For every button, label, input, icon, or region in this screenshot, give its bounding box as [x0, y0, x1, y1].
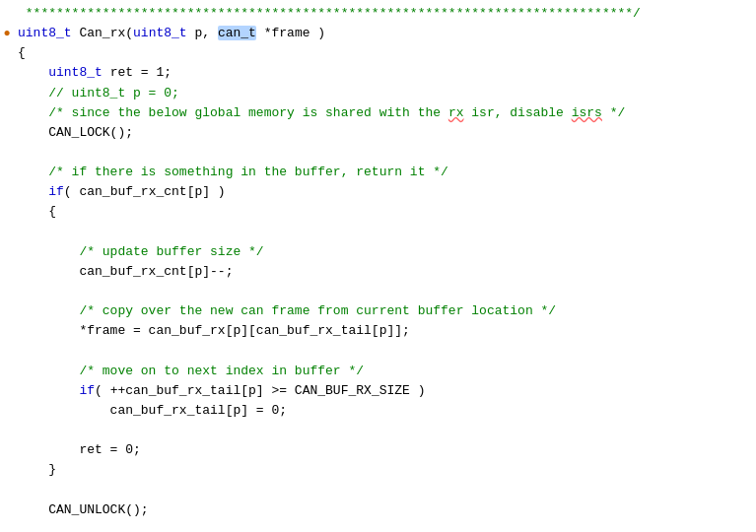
- line-15: /* copy over the new can frame from curr…: [0, 301, 756, 321]
- line-0: ****************************************…: [0, 4, 756, 24]
- gutter-12: [0, 242, 14, 243]
- gutter-6: [0, 123, 14, 124]
- line-content-12: /* update buffer size */: [14, 242, 756, 262]
- gutter-4: [0, 84, 14, 85]
- line-23: }: [0, 460, 756, 480]
- line-16: *frame = can_buf_rx[p][can_buf_rx_tail[p…: [0, 321, 756, 341]
- line-content-16: *frame = can_buf_rx[p][can_buf_rx_tail[p…: [14, 321, 756, 341]
- line-content-23: }: [14, 460, 756, 480]
- gutter-8: [0, 163, 14, 164]
- line-content-15: /* copy over the new can frame from curr…: [14, 301, 756, 321]
- line-content-25: CAN_UNLOCK();: [14, 500, 756, 520]
- gutter-23: [0, 460, 14, 461]
- gutter-26: [0, 520, 14, 521]
- gutter-20: [0, 401, 14, 402]
- line-content-24: [14, 480, 756, 499]
- code-block: ****************************************…: [0, 0, 756, 532]
- line-24: [0, 480, 756, 499]
- gutter-14: [0, 282, 14, 283]
- line-content-13: can_buf_rx_cnt[p]--;: [14, 262, 756, 282]
- line-14: [0, 282, 756, 301]
- gutter-1: ●: [0, 24, 14, 43]
- line-content-14: [14, 282, 756, 301]
- line-19: if( ++can_buf_rx_tail[p] >= CAN_BUF_RX_S…: [0, 381, 756, 401]
- line-content-9: if( can_buf_rx_cnt[p] ): [14, 182, 756, 202]
- highlight-can-t: can_t: [218, 26, 256, 40]
- line-content-10: {: [14, 202, 756, 222]
- gutter-13: [0, 262, 14, 263]
- line-18: /* move on to next index in buffer */: [0, 362, 756, 381]
- line-7: [0, 143, 756, 163]
- code-container: ****************************************…: [0, 0, 756, 532]
- line-9: if( can_buf_rx_cnt[p] ): [0, 182, 756, 202]
- line-content-3: uint8_t ret = 1;: [14, 63, 756, 83]
- line-22: ret = 0;: [0, 440, 756, 460]
- gutter-24: [0, 480, 14, 481]
- line-25: CAN_UNLOCK();: [0, 500, 756, 520]
- line-content-6: CAN_LOCK();: [14, 123, 756, 143]
- line-26: [0, 520, 756, 532]
- line-content-21: [14, 421, 756, 440]
- line-content-1: uint8_t Can_rx(uint8_t p, can_t *frame ): [14, 24, 756, 43]
- gutter-10: [0, 202, 14, 203]
- line-17: [0, 341, 756, 361]
- line-content-8: /* if there is something in the buffer, …: [14, 163, 756, 182]
- keyword-if2: if: [79, 383, 95, 398]
- underline-rx: rx: [448, 105, 464, 120]
- func-can-rx: Can_rx: [79, 26, 125, 40]
- line-5: /* since the below global memory is shar…: [0, 103, 756, 123]
- line-8: /* if there is something in the buffer, …: [0, 163, 756, 182]
- line-content-2: {: [14, 43, 756, 63]
- line-content-0: ****************************************…: [14, 4, 756, 24]
- gutter-9: [0, 182, 14, 183]
- line-content-11: [14, 223, 756, 242]
- gutter-3: [0, 63, 14, 64]
- gutter-16: [0, 321, 14, 322]
- underline-isrs: isrs: [572, 105, 602, 120]
- gutter-0: [0, 4, 14, 5]
- line-13: can_buf_rx_cnt[p]--;: [0, 262, 756, 282]
- gutter-22: [0, 440, 14, 441]
- gutter-11: [0, 223, 14, 224]
- line-content-17: [14, 341, 756, 361]
- gutter-15: [0, 301, 14, 302]
- line-10: {: [0, 202, 756, 222]
- line-content-22: ret = 0;: [14, 440, 756, 460]
- line-content-5: /* since the below global memory is shar…: [14, 103, 756, 123]
- gutter-25: [0, 500, 14, 501]
- gutter-18: [0, 362, 14, 363]
- keyword-if: if: [48, 184, 64, 199]
- gutter-5: [0, 103, 14, 104]
- param-type: uint8_t: [133, 26, 187, 40]
- line-content-20: can_buf_rx_tail[p] = 0;: [14, 401, 756, 421]
- line-21: [0, 421, 756, 440]
- gutter-17: [0, 341, 14, 342]
- gutter-2: [0, 43, 14, 44]
- gutter-7: [0, 143, 14, 144]
- line-6: CAN_LOCK();: [0, 123, 756, 143]
- line-12: /* update buffer size */: [0, 242, 756, 262]
- line-content-18: /* move on to next index in buffer */: [14, 362, 756, 381]
- type-uint8: uint8_t: [18, 26, 72, 40]
- line-content-26: [14, 520, 756, 532]
- type-uint8-2: uint8_t: [48, 65, 103, 80]
- line-1: ● uint8_t Can_rx(uint8_t p, can_t *frame…: [0, 24, 756, 43]
- gutter-19: [0, 381, 14, 382]
- line-20: can_buf_rx_tail[p] = 0;: [0, 401, 756, 421]
- line-11: [0, 223, 756, 242]
- line-content-19: if( ++can_buf_rx_tail[p] >= CAN_BUF_RX_S…: [14, 381, 756, 401]
- line-content-7: [14, 143, 756, 163]
- line-content-4: // uint8_t p = 0;: [14, 84, 756, 103]
- line-2: {: [0, 43, 756, 63]
- line-3: uint8_t ret = 1;: [0, 63, 756, 83]
- line-4: // uint8_t p = 0;: [0, 84, 756, 103]
- gutter-21: [0, 421, 14, 422]
